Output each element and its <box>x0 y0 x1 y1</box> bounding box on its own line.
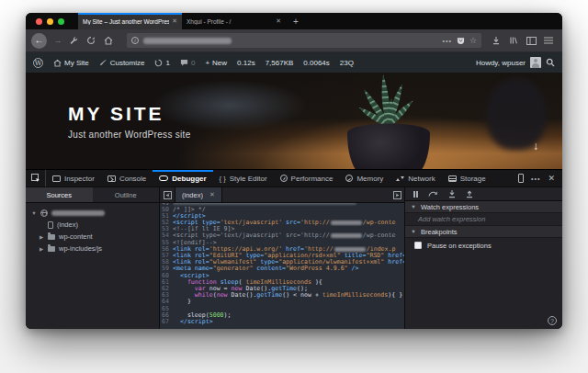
collapse-sidebar-icon[interactable] <box>160 191 175 199</box>
tab-outline[interactable]: Outline <box>93 187 160 202</box>
step-out-icon[interactable] <box>466 190 473 198</box>
menu-hamburger-icon[interactable] <box>544 37 557 44</box>
url-redacted-text <box>143 38 232 44</box>
adminbar-new[interactable]: + New <box>205 59 227 67</box>
pause-on-exceptions-checkbox[interactable] <box>414 242 422 249</box>
wrench-icon[interactable] <box>69 36 82 45</box>
code-line[interactable]: 59<meta name="generator" content="WordPr… <box>160 266 404 272</box>
reload-icon[interactable] <box>86 36 99 45</box>
sidebar-toggle-icon[interactable] <box>526 37 539 45</box>
responsive-mode-icon[interactable] <box>518 174 524 183</box>
pocket-icon[interactable] <box>457 37 465 45</box>
devtools-tab-network[interactable]: Network <box>390 170 441 186</box>
code-line[interactable]: 64 } <box>160 299 404 305</box>
code-view[interactable]: 4950/* ]]> */51</script>52<script type='… <box>160 203 404 329</box>
tab-close-icon[interactable]: ✕ <box>276 17 281 25</box>
tab-sources[interactable]: Sources <box>26 187 93 202</box>
library-icon[interactable] <box>509 36 522 45</box>
code-line[interactable]: 61 function sleep( timeInMilliseconds ){ <box>160 279 404 286</box>
site-info-icon[interactable]: i <box>131 37 139 44</box>
code-line[interactable]: 50/* ]]> */ <box>160 207 404 213</box>
debugger-icon <box>159 175 168 181</box>
adminbar-customize[interactable]: Customize <box>99 59 145 67</box>
devtools-tab-storage[interactable]: Storage <box>442 170 492 186</box>
pause-icon[interactable] <box>413 191 418 198</box>
code-line[interactable]: 57<link rel="EditURI" type="application/… <box>160 253 404 259</box>
tab-xhgui[interactable]: Xhgui - Profile - / ✕ <box>182 13 286 29</box>
back-button[interactable]: ← <box>31 33 47 49</box>
tree-item-label: (index) <box>57 220 78 229</box>
code-line[interactable]: 53<!--[if lt IE 9]> <box>160 226 404 232</box>
step-in-icon[interactable] <box>448 190 456 198</box>
home-icon[interactable] <box>104 36 117 45</box>
line-content: <link rel="EditURI" type="application/rs… <box>173 253 404 259</box>
debugger-right-pane: ▼ Watch expressions Add watch expression… <box>404 187 562 329</box>
wp-logo-icon[interactable]: W <box>33 58 43 68</box>
devtools-tab-performance[interactable]: Performance <box>274 170 340 186</box>
editor-tab-close-icon[interactable]: ✕ <box>209 191 215 198</box>
console-icon <box>107 175 116 182</box>
add-watch-expression-input[interactable]: Add watch expression <box>405 213 562 226</box>
downloads-icon[interactable] <box>492 36 504 45</box>
code-line[interactable]: 67 </script> <box>160 319 404 325</box>
tree-item-wp-includes/js[interactable]: ▶wp-includes/js <box>26 243 159 254</box>
tree-item-label: wp-includes/js <box>59 244 102 253</box>
pick-element-icon[interactable] <box>26 170 46 186</box>
adminbar-comments[interactable]: 0 <box>180 59 195 67</box>
code-line[interactable]: 56<link rel='https://api.w.org/' href='h… <box>160 246 404 253</box>
code-line[interactable]: 51</script> <box>160 213 404 220</box>
bookmark-star-icon[interactable]: ☆ <box>469 36 477 45</box>
tree-item-domain[interactable]: ▼ <box>26 207 159 219</box>
code-line[interactable]: 55<![endif]--> <box>160 240 404 246</box>
tree-item-wp-content[interactable]: ▶wp-content <box>26 231 159 243</box>
new-tab-button[interactable]: + <box>286 13 306 29</box>
debugger-command-bar <box>405 187 562 201</box>
close-window-button[interactable] <box>36 18 42 25</box>
devtools-tab-style-editor[interactable]: Style Editor <box>213 170 274 186</box>
devtools-meatball-icon[interactable]: ••• <box>531 175 540 182</box>
forward-button[interactable]: → <box>51 36 64 45</box>
devtools-tab-memory[interactable]: Memory <box>339 170 390 186</box>
plant-pot-image <box>292 73 485 169</box>
code-line[interactable]: 63 while(new Date().getTime() < now + ti… <box>160 292 404 299</box>
user-avatar[interactable] <box>530 57 541 68</box>
code-line[interactable]: 65 <box>160 306 404 312</box>
search-icon[interactable] <box>546 58 555 67</box>
breakpoints-header[interactable]: ▼ Breakpoints <box>405 226 562 238</box>
memory-icon <box>345 175 353 182</box>
tab-my-site[interactable]: My Site – Just another WordPress s ✕ <box>78 13 182 29</box>
zoom-window-button[interactable] <box>58 18 64 25</box>
help-icon[interactable]: ? <box>548 316 557 325</box>
watch-expressions-header[interactable]: ▼ Watch expressions <box>405 201 562 213</box>
tab-close-icon[interactable]: ✕ <box>172 17 177 25</box>
url-bar[interactable]: i ••• ☆ <box>127 33 481 48</box>
editor-tab-index[interactable]: (index) ✕ <box>175 187 222 202</box>
line-content: <script type='text/javascript' src='http… <box>173 232 404 239</box>
devtools-tab-inspector[interactable]: Inspector <box>46 170 101 186</box>
step-over-icon[interactable] <box>428 190 438 198</box>
window-controls <box>36 18 64 25</box>
devtools-tab-debugger[interactable]: Debugger <box>153 170 212 186</box>
expand-panes-icon[interactable] <box>390 191 404 199</box>
site-hero: MY SITE Just another WordPress site ↓ <box>26 73 562 169</box>
stat-memory: 7,567KB <box>266 59 294 67</box>
page-actions-icon[interactable]: ••• <box>443 38 452 44</box>
minimize-window-button[interactable] <box>47 18 53 25</box>
pause-on-exceptions-row[interactable]: Pause on exceptions <box>405 238 562 253</box>
code-line[interactable]: 60 <script> <box>160 273 404 279</box>
adminbar-howdy[interactable]: Howdy, wpuser <box>476 59 526 67</box>
code-line[interactable]: 52<script type='text/javascript' src='ht… <box>160 220 404 226</box>
scroll-down-arrow[interactable]: ↓ <box>533 140 538 153</box>
chevron-right-icon: ▶ <box>39 234 44 240</box>
tree-item-(index)[interactable]: (index) <box>26 219 159 231</box>
chevron-down-icon: ▼ <box>31 210 37 216</box>
devtools-tab-console[interactable]: Console <box>101 170 153 186</box>
adminbar-updates[interactable]: 1 <box>154 59 169 67</box>
line-number[interactable]: 67 <box>160 319 173 325</box>
code-line[interactable]: 54<script type='text/javascript' src='ht… <box>160 232 404 239</box>
adminbar-my-site[interactable]: My Site <box>53 59 89 67</box>
code-line[interactable]: 58<link rel="wlwmanifest" type="applicat… <box>160 259 404 266</box>
code-line[interactable]: 66 sleep(5000); <box>160 312 404 319</box>
code-line[interactable]: 62 var now = new Date().getTime(); <box>160 286 404 292</box>
devtools-close-icon[interactable]: ✕ <box>548 174 555 183</box>
